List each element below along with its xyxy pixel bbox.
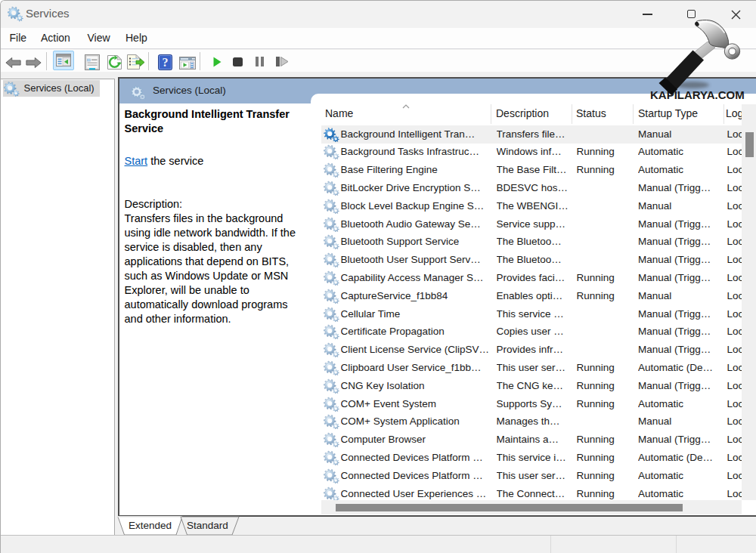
svg-text:Standard: Standard <box>187 520 228 531</box>
svg-text:Extended: Extended <box>129 520 172 531</box>
svg-text:?: ? <box>163 56 169 69</box>
